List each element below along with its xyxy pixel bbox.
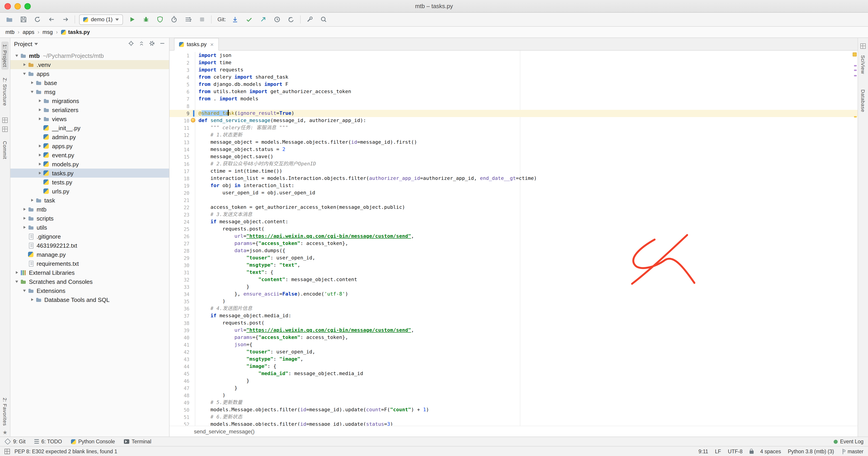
gear-icon[interactable] [149,40,155,48]
breadcrumb-item-mtb[interactable]: mtb [5,29,14,35]
hide-panel-icon[interactable] [159,40,165,48]
code-line[interactable]: 35 ) [169,298,858,305]
zoom-window-button[interactable] [24,3,31,9]
status-widget-utf-8[interactable]: UTF-8 [728,449,743,454]
code-line[interactable]: 43 "msgtype": "image", [169,356,858,363]
save-icon[interactable] [19,14,29,24]
line-number[interactable]: 13 [169,139,195,146]
intention-bulb-icon[interactable] [191,118,195,123]
line-number[interactable]: 25 [169,226,195,233]
tool-stripe-button-sciview[interactable]: SciView [860,53,867,76]
tree-item-tasks-py[interactable]: tasks.py [10,169,169,177]
chevron-down-icon[interactable] [29,89,35,94]
line-number[interactable]: 42 [169,349,195,356]
code-line[interactable]: 50 models.Message.objects.filter(id=mess… [169,406,858,414]
tree-item-tests-py[interactable]: tests.py [10,177,169,187]
tree-item-task[interactable]: task [10,196,169,205]
update-project-icon[interactable] [230,14,240,24]
line-number[interactable]: 27 [169,240,195,247]
code-line[interactable]: 3import requests [169,66,858,74]
chevron-right-icon[interactable] [37,170,42,176]
code-line[interactable]: 51 # 6.更新状态 [169,414,858,421]
code-line[interactable]: 31 "text": { [169,269,858,276]
open-icon[interactable] [4,14,14,24]
tree-item-mtb[interactable]: mtb~/PycharmProjects/mtb [10,51,169,60]
stripe-mark[interactable] [854,75,857,76]
line-number[interactable]: 44 [169,363,195,370]
code-line[interactable]: 24 if message_object.content: [169,218,858,226]
toolwindow-button-event-log[interactable]: Event Log [834,439,864,444]
tree-item-requirements-txt[interactable]: requirements.txt [10,259,169,268]
line-number[interactable]: 26 [169,233,195,240]
chevron-down-icon[interactable] [14,53,20,58]
tree-item-gitignore[interactable]: .gitignore [10,232,169,241]
locate-file-icon[interactable] [128,40,134,48]
chevron-right-icon[interactable] [29,297,35,302]
line-number[interactable]: 12 [169,131,195,139]
chevron-right-icon[interactable] [29,197,35,203]
forward-icon[interactable] [61,14,70,24]
tab-tasks-py[interactable]: tasks.py × [174,38,219,51]
line-number[interactable]: 6 [169,88,195,95]
commit-check-icon[interactable] [244,14,254,24]
line-number[interactable]: 34 [169,291,195,298]
status-widget-lf[interactable]: LF [715,449,721,454]
vcs-stripe-icon[interactable] [2,125,8,133]
code-line[interactable]: 17 ctime = int(time.time()) [169,168,858,175]
tool-stripe-button-commit[interactable]: Commit [1,138,8,162]
code-line[interactable]: 4from celery import shared_task [169,74,858,81]
code-line[interactable]: 45 "media_id": message_object.media_id [169,370,858,378]
code-line[interactable]: 13 message_object = models.Message.objec… [169,139,858,146]
code-line[interactable]: 46 } [169,378,858,385]
search-icon[interactable] [318,14,329,24]
editor-body[interactable]: 1import json2import time3import requests… [169,51,858,426]
tree-item-apps[interactable]: apps [10,69,169,78]
chevron-right-icon[interactable] [14,270,20,275]
warning-stripe-mark[interactable] [854,116,857,118]
code-line[interactable]: 38 requests.post( [169,320,858,327]
line-number[interactable]: 48 [169,392,195,399]
line-number[interactable]: 7 [169,95,195,103]
run-icon[interactable] [127,14,137,24]
tree-item-database-tools-and-sql[interactable]: Database Tools and SQL [10,295,169,304]
debug-icon[interactable] [141,14,151,24]
line-number[interactable]: 33 [169,283,195,291]
tree-item-msg[interactable]: msg [10,87,169,96]
tool-window-switcher-icon[interactable] [4,449,10,454]
code-line[interactable]: 48 ) [169,392,858,399]
status-widget-master[interactable]: master [841,449,864,454]
code-line[interactable]: 33 } [169,283,858,291]
chevron-right-icon[interactable] [37,143,42,149]
line-number[interactable]: 31 [169,269,195,276]
code-line[interactable]: 9@shared_task(ignore_result=True) [169,110,858,117]
tree-item-urls-py[interactable]: urls.py [10,187,169,196]
line-number[interactable]: 41 [169,341,195,349]
editor-breadcrumb[interactable]: send_service_message() [169,426,858,436]
bookmark-stripe-icon[interactable] [2,116,8,124]
tree-item-4631992212-txt[interactable]: 4631992212.txt [10,241,169,250]
favorites-star-icon[interactable]: ★ [2,429,7,436]
line-number[interactable]: 9 [169,110,195,117]
concurrency-icon[interactable] [183,14,193,24]
code-line[interactable]: 28 data=json.dumps({ [169,247,858,255]
code-line[interactable]: 47 } [169,385,858,392]
tool-stripe-button-2-favorites[interactable]: 2: Favorites [1,395,8,428]
inspections-status-icon[interactable] [852,53,857,57]
tree-item-scratches-and-consoles[interactable]: Scratches and Consoles [10,277,169,286]
code-line[interactable]: 6from utils.token import get_authorizer_… [169,88,858,95]
project-panel-title[interactable]: Project [14,41,32,47]
code-line[interactable]: 18 interaction_list = models.Interaction… [169,175,858,182]
line-number[interactable]: 5 [169,81,195,88]
push-icon[interactable] [258,14,268,24]
editor-breadcrumb-label[interactable]: send_service_message() [194,428,254,434]
tree-item-scripts[interactable]: scripts [10,214,169,223]
tree-item-migrations[interactable]: migrations [10,96,169,105]
back-icon[interactable] [46,14,57,24]
line-number[interactable]: 36 [169,305,195,312]
code-line[interactable]: 36 # 4.发送图片信息 [169,305,858,312]
line-number[interactable]: 21 [169,197,195,204]
profiler-icon[interactable] [169,14,179,24]
history-icon[interactable] [272,14,282,24]
tree-item-admin-py[interactable]: admin.py [10,132,169,141]
chevron-down-icon[interactable] [14,279,20,284]
